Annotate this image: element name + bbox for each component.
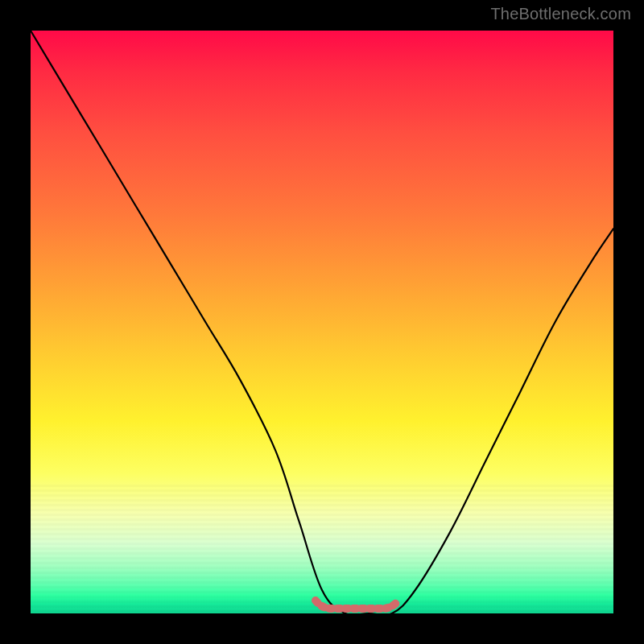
chart-frame: TheBottleneck.com	[0, 0, 644, 644]
gradient-background	[31, 31, 613, 613]
watermark-text: TheBottleneck.com	[490, 5, 631, 23]
